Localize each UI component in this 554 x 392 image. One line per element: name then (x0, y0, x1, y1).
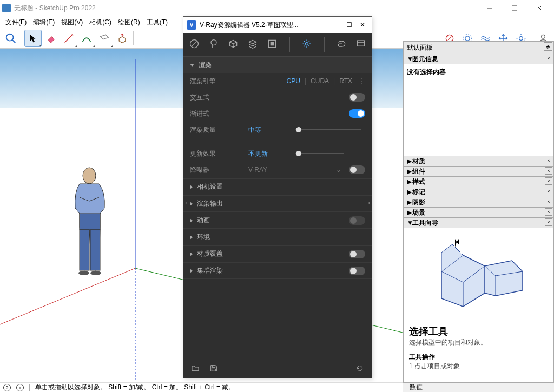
materials-tab-icon[interactable] (189, 38, 200, 51)
engine-cpu[interactable]: CPU (287, 77, 300, 85)
svg-rect-1 (512, 5, 517, 11)
panel-close-icon[interactable]: × (545, 177, 552, 185)
rectangle-tool-button[interactable] (96, 30, 113, 47)
menu-edit[interactable]: 编辑(E) (30, 18, 58, 27)
instructor-subtitle: 选择模型中的项目和对象。 (409, 338, 548, 347)
layers-tab-icon[interactable] (247, 38, 258, 51)
menu-camera[interactable]: 相机(C) (86, 18, 115, 27)
instructor-header[interactable]: ▼工具向导× (403, 217, 554, 228)
tags-header[interactable]: ▶标记× (403, 187, 554, 197)
select-tool-button[interactable] (24, 30, 42, 47)
status-hint: 单击或拖动以选择对象。 Shift = 加/减。 Ctrl = 加。 Shift… (35, 383, 235, 392)
lights-tab-icon[interactable] (208, 38, 219, 51)
arc-tool-button[interactable] (78, 30, 95, 47)
svg-point-10 (542, 35, 545, 38)
interactive-label: 交互式 (190, 93, 244, 102)
animation-toggle[interactable] (349, 216, 365, 225)
panel-close-icon[interactable]: × (545, 188, 552, 195)
swarm-section-header[interactable]: 集群渲染 (183, 262, 372, 278)
tray-pin-icon[interactable]: ⬘ (544, 42, 552, 51)
measurements-box: 数值 (403, 382, 554, 392)
window-minimize-button[interactable] (477, 0, 502, 16)
svg-point-22 (211, 40, 216, 45)
interactive-toggle[interactable] (349, 93, 365, 102)
save-icon[interactable] (209, 364, 218, 374)
material-override-section-header[interactable]: 材质覆盖 (183, 245, 372, 262)
components-header[interactable]: ▶组件× (403, 166, 554, 177)
engine-rtx[interactable]: RTX (339, 77, 352, 85)
line-tool-button[interactable] (60, 30, 77, 47)
instructor-title: 选择工具 (409, 325, 548, 338)
geometry-tab-icon[interactable] (228, 38, 239, 51)
swarm-label: 集群渲染 (197, 266, 223, 275)
svg-rect-25 (271, 42, 274, 46)
settings-tab-icon[interactable] (301, 38, 312, 51)
texture-tab-icon[interactable] (267, 38, 278, 51)
window-titlebar: 无标题 - SketchUp Pro 2022 (0, 0, 554, 16)
help-icon[interactable]: ? (3, 384, 11, 391)
svg-point-19 (78, 271, 89, 275)
tray-header[interactable]: 默认面板 ⬘ (403, 41, 554, 54)
update-slider[interactable] (295, 153, 344, 154)
render-button-icon[interactable] (336, 38, 347, 51)
progressive-label: 渐进式 (190, 109, 244, 118)
panel-close-icon[interactable]: × (545, 198, 552, 205)
quality-slider[interactable] (295, 129, 361, 130)
entity-info-header[interactable]: ▼图元信息× (403, 54, 554, 64)
env-label: 环境 (197, 232, 210, 242)
panel-close-icon[interactable]: × (545, 218, 552, 226)
menu-tools[interactable]: 工具(T) (143, 18, 171, 27)
update-label: 更新效果 (190, 149, 244, 158)
denoise-row: 降噪器 V-RAY ⌄ (183, 162, 372, 178)
panel-close-icon[interactable]: × (545, 157, 552, 164)
vray-collapse-right-icon[interactable]: › (366, 197, 372, 208)
measurements-label: 数值 (410, 383, 423, 392)
environment-section-header[interactable]: 环境 (183, 229, 372, 245)
vray-close-button[interactable]: ✕ (360, 21, 365, 29)
window-maximize-button[interactable] (502, 0, 527, 16)
vray-collapse-left-icon[interactable]: ‹ (183, 197, 189, 208)
vray-titlebar[interactable]: V V-Ray资源编辑器 V5.2-草图联盟... — ☐ ✕ (183, 17, 372, 33)
reset-icon[interactable] (355, 364, 364, 374)
panel-close-icon[interactable]: × (545, 167, 552, 175)
info-icon[interactable]: i (16, 384, 24, 391)
swarm-toggle[interactable] (349, 267, 365, 275)
engine-cuda[interactable]: CUDA (311, 77, 329, 85)
eraser-tool-button[interactable] (42, 30, 60, 47)
animation-section-header[interactable]: 动画 (183, 212, 372, 228)
search-icon[interactable] (2, 30, 19, 47)
mat-override-toggle[interactable] (349, 250, 365, 258)
denoise-toggle[interactable] (349, 165, 365, 174)
render-section-header[interactable]: 渲染 (183, 57, 372, 73)
window-close-button[interactable] (527, 0, 552, 16)
svg-point-20 (90, 271, 101, 275)
vray-maximize-button[interactable]: ☐ (346, 21, 352, 29)
quality-label: 渲染质量 (190, 125, 244, 135)
shadows-header[interactable]: ▶阴影× (403, 197, 554, 208)
svg-line-5 (12, 39, 16, 43)
vray-minimize-button[interactable]: — (332, 21, 339, 29)
entity-info-label: 图元信息 (412, 55, 438, 64)
components-label: 组件 (412, 167, 425, 176)
output-section-header[interactable]: 渲染输出 (183, 195, 372, 211)
menu-file[interactable]: 文件(F) (2, 18, 30, 27)
scenes-header[interactable]: ▶场景× (403, 207, 554, 218)
interactive-row: 交互式 (183, 89, 372, 105)
svg-rect-23 (213, 45, 215, 48)
chevron-down-icon[interactable]: ⌄ (336, 166, 341, 174)
menu-draw[interactable]: 绘图(R) (115, 18, 143, 27)
menu-view[interactable]: 视图(V) (58, 18, 86, 27)
frame-buffer-icon[interactable] (355, 38, 366, 51)
panel-close-icon[interactable]: × (545, 208, 552, 216)
pushpull-tool-button[interactable] (114, 30, 131, 47)
progressive-toggle[interactable] (349, 109, 365, 118)
open-folder-icon[interactable] (191, 364, 200, 374)
materials-header[interactable]: ▶材质× (403, 156, 554, 167)
styles-header[interactable]: ▶样式× (403, 176, 554, 187)
panel-close-icon[interactable]: × (545, 55, 552, 62)
vray-window-title: V-Ray资源编辑器 V5.2-草图联盟... (200, 21, 299, 30)
scenes-label: 场景 (412, 208, 425, 217)
svg-rect-27 (357, 41, 364, 46)
camera-section-header[interactable]: 相机设置 (183, 178, 372, 195)
progressive-row: 渐进式 (183, 105, 372, 122)
